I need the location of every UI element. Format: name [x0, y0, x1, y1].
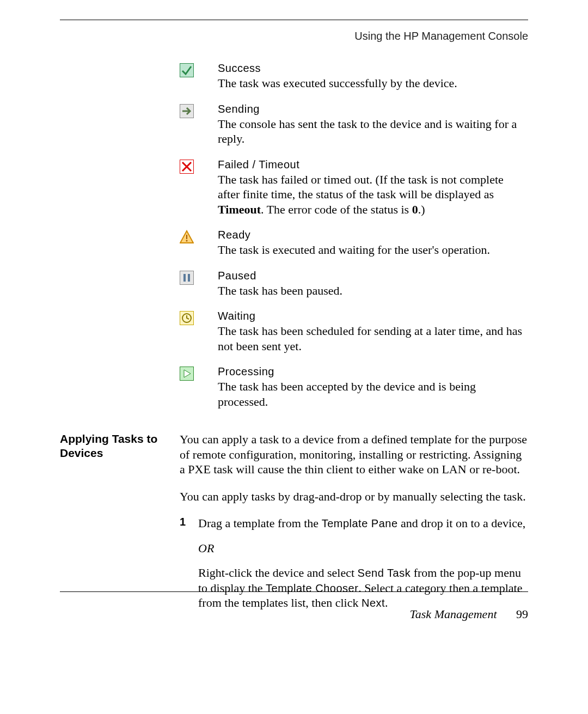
status-desc: The task has failed or timed out. (If th…	[218, 172, 528, 217]
status-title: Ready	[218, 229, 528, 241]
paragraph: You can apply a task to a device from a …	[180, 432, 528, 477]
section-heading: Applying Tasks to Devices	[60, 432, 180, 461]
check-icon	[180, 63, 194, 77]
play-icon	[180, 367, 194, 381]
alert-triangle-icon	[180, 230, 194, 244]
svg-rect-0	[180, 63, 194, 77]
status-waiting: Waiting The task has been scheduled for …	[180, 310, 528, 353]
paragraph: You can apply tasks by drag-and-drop or …	[180, 489, 528, 504]
status-desc: The console has sent the task to the dev…	[218, 117, 528, 147]
applying-tasks-section: Applying Tasks to Devices You can apply …	[60, 432, 528, 619]
svg-rect-5	[180, 271, 194, 285]
ui-term-template-pane: Template Pane	[322, 517, 398, 529]
status-processing: Processing The task has been accepted by…	[180, 365, 528, 409]
status-title: Paused	[218, 270, 528, 282]
status-desc: The task has been accepted by the device…	[218, 379, 528, 409]
status-title: Waiting	[218, 310, 528, 322]
footer-section: Task Management	[410, 607, 497, 621]
clock-icon	[180, 311, 194, 325]
svg-point-4	[186, 240, 188, 242]
svg-rect-7	[188, 274, 190, 282]
status-paused: Paused The task has been paused.	[180, 270, 528, 298]
page: Using the HP Management Console Success …	[0, 0, 588, 714]
arrow-right-icon	[180, 104, 194, 118]
pause-icon	[180, 271, 194, 285]
running-header: Using the HP Management Console	[60, 30, 528, 42]
status-success: Success The task was executed successful…	[180, 62, 528, 91]
status-title: Sending	[218, 103, 528, 115]
status-desc: The task has been paused.	[218, 283, 528, 298]
status-title: Processing	[218, 365, 528, 378]
ui-term-send-task: Send Task	[358, 567, 411, 579]
page-footer: Task Management 99	[60, 591, 528, 621]
footer-page-number: 99	[516, 607, 528, 621]
status-sending: Sending The console has sent the task to…	[180, 103, 528, 147]
svg-rect-6	[183, 274, 186, 282]
x-icon	[180, 160, 194, 174]
status-title: Failed / Timeout	[218, 158, 528, 171]
status-desc: The task was executed successfully by th…	[218, 76, 528, 91]
or-divider: OR	[198, 541, 528, 556]
status-failed: Failed / Timeout The task has failed or …	[180, 158, 528, 217]
status-ready: Ready The task is executed and waiting f…	[180, 229, 528, 258]
status-desc: The task has been scheduled for sending …	[218, 324, 528, 353]
status-block: Success The task was executed successful…	[60, 62, 528, 421]
status-desc: The task is executed and waiting for the…	[218, 242, 528, 258]
top-rule	[60, 20, 528, 20]
status-title: Success	[218, 62, 528, 75]
